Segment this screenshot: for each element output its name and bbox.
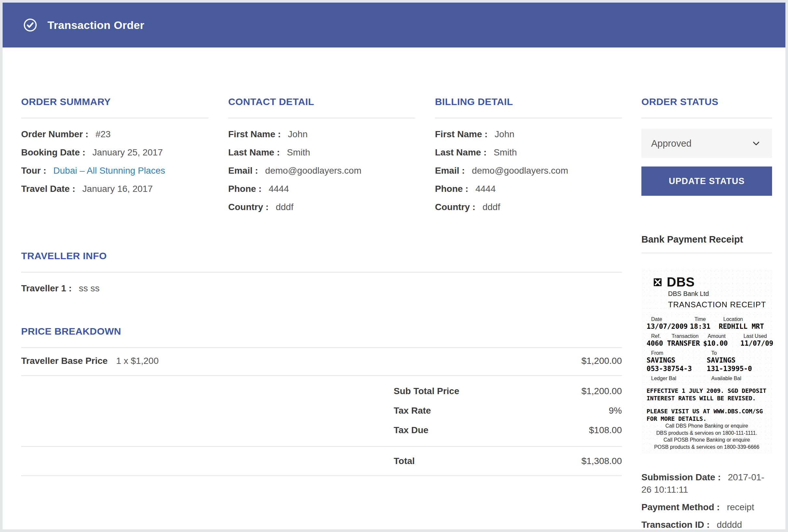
divider: [435, 118, 622, 118]
payment-meta: Submission Date : 2017-01-26 10:11:11 Pa…: [642, 471, 772, 529]
order-status-title: ORDER STATUS: [642, 96, 772, 107]
payment-method-row: Payment Method : receipt: [642, 501, 772, 513]
billing-detail-section: BILLING DETAIL First Name : John Last Na…: [435, 96, 622, 219]
first-name-label: First Name :: [228, 129, 281, 139]
receipt-from-label: From: [647, 350, 707, 356]
subtotal-label: Sub Total Price: [394, 385, 459, 397]
receipt-footer-line: DBS products & services on 1800-111-1111…: [647, 430, 767, 437]
order-status-selected-value: Approved: [651, 138, 691, 149]
main-column: ORDER SUMMARY Order Number : #23 Booking…: [21, 96, 622, 529]
order-status-section: ORDER STATUS Approved UPDATE STATUS: [642, 96, 772, 196]
tour-label: Tour :: [21, 165, 46, 176]
receipt-footer-line: Call DBS Phone Banking or enquire: [647, 422, 767, 430]
receipt-ref-label: Ref.: [647, 333, 667, 339]
country-value: dddf: [482, 202, 500, 212]
transaction-id-row: Transaction ID : ddddd: [642, 519, 772, 529]
order-number-row: Order Number : #23: [21, 128, 209, 140]
divider: [642, 118, 772, 118]
receipt-available-bal-label: Available Bal: [707, 376, 767, 381]
traveller-label: Traveller 1 :: [21, 283, 72, 293]
transaction-order-page: Transaction Order ORDER SUMMARY Order Nu…: [3, 3, 785, 529]
subtotal-value: $1,200.00: [581, 385, 622, 397]
receipt-doc-title: TRANSACTION RECEIPT: [668, 300, 767, 309]
billing-phone-row: Phone : 4444: [435, 183, 622, 195]
tax-rate-value: 9%: [609, 405, 622, 417]
bank-payment-receipt-title: Bank Payment Receipt: [642, 234, 772, 245]
tour-link[interactable]: Dubai – All Stunning Places: [53, 165, 165, 176]
app-header: Transaction Order: [3, 3, 785, 47]
receipt-row-3: From SAVINGS 053-38754-3 To SAVINGS 131-…: [647, 348, 767, 373]
first-name-value: John: [495, 129, 515, 139]
first-name-value: John: [288, 129, 308, 139]
receipt-ref-value: 4060: [647, 339, 667, 348]
total-label: Total: [394, 456, 415, 466]
side-column: ORDER STATUS Approved UPDATE STATUS Bank…: [642, 96, 772, 529]
tour-row: Tour : Dubai – All Stunning Places: [21, 164, 209, 177]
total-row: Total $1,308.00: [21, 447, 622, 475]
receipt-location-label: Location: [719, 316, 767, 322]
payment-method-value: receipt: [727, 502, 754, 512]
submission-date-label: Submission Date :: [642, 472, 721, 482]
chevron-down-icon: [751, 139, 761, 148]
contact-email-row: Email : demo@goodlayers.com: [228, 164, 415, 177]
receipt-notice-1: EFFECTIVE 1 JULY 2009. SGD DEPOSIT INTER…: [647, 387, 767, 402]
divider: [642, 253, 772, 253]
order-status-select[interactable]: Approved: [642, 129, 772, 158]
detail-columns: ORDER SUMMARY Order Number : #23 Booking…: [21, 96, 622, 219]
base-price-qty: 1 x $1,200: [116, 356, 159, 366]
receipt-row-2: Ref.4060 TransactionTRANSFER Amount$10.0…: [647, 331, 767, 348]
receipt-to-account-type: SAVINGS: [707, 356, 767, 364]
last-name-value: Smith: [494, 147, 517, 157]
total-value: $1,308.00: [581, 456, 622, 466]
order-summary-title: ORDER SUMMARY: [21, 96, 209, 107]
phone-label: Phone :: [435, 184, 469, 194]
order-number-value: #23: [96, 129, 111, 139]
subtotal-row: Sub Total Price $1,200.00: [21, 385, 622, 397]
email-label: Email :: [435, 165, 465, 176]
receipt-to-label: To: [707, 350, 767, 356]
divider: [228, 118, 415, 118]
travel-date-row: Travel Date : January 16, 2017: [21, 183, 209, 195]
receipt-footer: Call DBS Phone Banking or enquire DBS pr…: [647, 422, 767, 450]
contact-country-row: Country : dddf: [228, 201, 415, 213]
receipt-bank-logo: DBS: [652, 275, 767, 290]
receipt-row-4: Ledger Bal Available Bal: [647, 373, 767, 381]
billing-country-row: Country : dddf: [435, 201, 622, 213]
receipt-date-label: Date: [647, 316, 690, 322]
receipt-time-value: 18:31: [690, 322, 719, 331]
receipt-time-label: Time: [690, 316, 719, 322]
tax-rate-row: Tax Rate 9%: [21, 405, 622, 417]
tax-rate-label: Tax Rate: [394, 405, 431, 417]
update-status-button[interactable]: UPDATE STATUS: [642, 166, 772, 196]
country-label: Country :: [435, 202, 475, 212]
last-name-label: Last Name :: [228, 147, 280, 157]
country-label: Country :: [228, 202, 269, 212]
travel-date-value: January 16, 2017: [82, 184, 153, 194]
dbs-logo-icon: [652, 276, 664, 288]
country-value: dddf: [276, 202, 294, 212]
receipt-bank-name: DBS Bank Ltd: [668, 290, 767, 298]
price-line-item: Traveller Base Price 1 x $1,200 $1,200.0…: [21, 348, 622, 375]
contact-detail-title: CONTACT DETAIL: [228, 96, 415, 107]
receipt-notice-2: PLEASE VISIT US AT WWW.DBS.COM/SG FOR MO…: [647, 408, 767, 422]
receipt-footer-line: Call POSB Phone Banking or enquire: [647, 436, 767, 444]
totals-block: Sub Total Price $1,200.00 Tax Rate 9% Ta…: [21, 376, 622, 436]
receipt-transaction-label: Transaction: [667, 333, 703, 339]
last-name-label: Last Name :: [435, 147, 487, 157]
divider: [21, 475, 622, 476]
traveller-row: Traveller 1 : ss ss: [21, 282, 622, 295]
divider: [21, 272, 622, 273]
transaction-id-label: Transaction ID :: [642, 520, 710, 529]
receipt-bank-logo-text: DBS: [667, 275, 695, 290]
billing-last-name-row: Last Name : Smith: [435, 146, 622, 159]
contact-first-name-row: First Name : John: [228, 128, 415, 140]
submission-date-row: Submission Date : 2017-01-26 10:11:11: [642, 471, 772, 496]
travel-date-label: Travel Date :: [21, 184, 75, 194]
contact-last-name-row: Last Name : Smith: [228, 146, 415, 159]
tax-due-label: Tax Due: [394, 424, 429, 436]
last-name-value: Smith: [287, 147, 311, 157]
order-summary-section: ORDER SUMMARY Order Number : #23 Booking…: [21, 96, 209, 219]
traveller-info-section: TRAVELLER INFO Traveller 1 : ss ss: [21, 250, 622, 295]
bank-receipt-image: DBS DBS Bank Ltd TRANSACTION RECEIPT Dat…: [642, 268, 772, 454]
page-title: Transaction Order: [47, 19, 144, 32]
